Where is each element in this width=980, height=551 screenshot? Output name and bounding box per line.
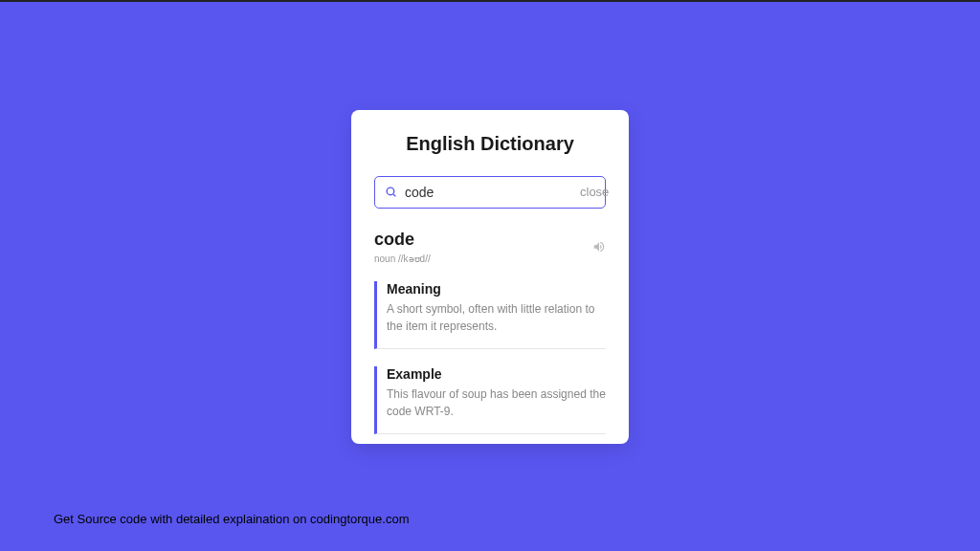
meaning-body: A short symbol, often with little relati… (387, 300, 606, 335)
app-title: English Dictionary (374, 133, 606, 155)
word-block: code noun //kəʊd// (374, 230, 431, 264)
example-body: This flavour of soup has been assigned t… (387, 386, 606, 420)
svg-line-1 (393, 194, 395, 196)
sound-icon[interactable] (592, 240, 606, 253)
example-section: Example This flavour of soup has been as… (374, 366, 606, 434)
meaning-title: Meaning (387, 281, 606, 297)
search-box[interactable]: close (374, 176, 606, 209)
search-icon (385, 186, 397, 198)
meaning-section: Meaning A short symbol, often with littl… (374, 281, 606, 349)
close-button[interactable]: close (580, 185, 609, 199)
search-input[interactable] (405, 185, 572, 200)
example-title: Example (387, 366, 606, 382)
dictionary-card: English Dictionary close code noun //kəʊ… (351, 110, 629, 444)
word-text: code (374, 230, 431, 250)
word-meta: noun //kəʊd// (374, 253, 431, 264)
footer-text: Get Source code with detailed explainati… (54, 512, 409, 526)
word-row: code noun //kəʊd// (374, 230, 606, 264)
svg-point-0 (387, 187, 394, 195)
